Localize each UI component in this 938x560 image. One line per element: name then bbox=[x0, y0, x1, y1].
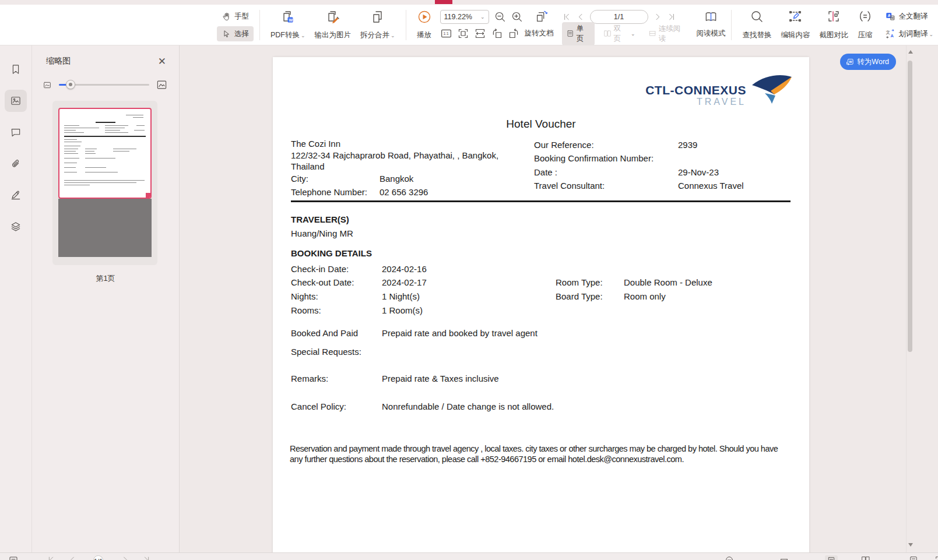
document-viewport[interactable]: CTL-CONNEXUS TRAVEL Hotel Voucher The Co… bbox=[180, 45, 906, 552]
toolbar-separator bbox=[259, 10, 260, 40]
comment-icon bbox=[10, 126, 22, 138]
actual-size-icon[interactable]: 1:1 bbox=[440, 27, 452, 40]
scroll-up-arrow[interactable] bbox=[908, 50, 913, 54]
single-page-button[interactable]: 单页 bbox=[562, 22, 595, 45]
statusbar-zoom-icon[interactable] bbox=[725, 555, 734, 560]
zoom-in-icon[interactable] bbox=[511, 10, 523, 23]
consultant-value: Connexus Travel bbox=[678, 179, 744, 192]
page-thumbnail-card[interactable] bbox=[52, 101, 157, 265]
remarks-row: Remarks: Prepaid rate & Taxes inclusive bbox=[291, 374, 792, 383]
sidebar-bookmarks-button[interactable] bbox=[5, 58, 27, 80]
document-title: Hotel Voucher bbox=[273, 118, 809, 131]
prev-page-icon[interactable] bbox=[576, 12, 585, 22]
sidebar-layers-button[interactable] bbox=[5, 216, 27, 238]
large-thumbnail-icon[interactable] bbox=[156, 79, 167, 90]
city-label: City: bbox=[291, 173, 380, 185]
statusbar-double-page-icon[interactable] bbox=[861, 555, 870, 560]
cancel-policy-row: Cancel Policy: Nonrefundable / Date chan… bbox=[291, 401, 792, 411]
edit-content-button[interactable]: 编辑内容 bbox=[776, 8, 814, 43]
rotate-doc-label[interactable]: 旋转文档 bbox=[525, 29, 554, 38]
slider-thumb[interactable] bbox=[66, 80, 75, 89]
continuous-read-button[interactable]: 连续阅读 bbox=[644, 22, 691, 45]
logo-swoosh-icon bbox=[747, 73, 793, 107]
hand-tool-button[interactable]: 手型 bbox=[217, 9, 254, 24]
find-replace-label: 查找替换 bbox=[742, 30, 771, 40]
rotate-left-icon[interactable] bbox=[491, 27, 503, 40]
last-page-icon[interactable] bbox=[667, 12, 676, 22]
search-icon bbox=[750, 9, 764, 23]
cursor-icon bbox=[222, 29, 231, 39]
statusbar-fullscreen-icon[interactable] bbox=[935, 555, 938, 560]
select-tool-label: 选择 bbox=[234, 29, 249, 39]
pdf-page[interactable]: CTL-CONNEXUS TRAVEL Hotel Voucher The Co… bbox=[273, 57, 809, 552]
page-thumbnail-lower bbox=[58, 199, 152, 257]
layers-icon bbox=[10, 221, 22, 233]
find-replace-button[interactable]: 查找替换 bbox=[737, 8, 776, 43]
statusbar-first-page-icon[interactable] bbox=[47, 555, 55, 560]
compress-button[interactable]: 压缩 bbox=[853, 8, 877, 43]
convert-to-word-button[interactable]: W 转为Word bbox=[840, 54, 896, 70]
statusbar-last-page-icon[interactable] bbox=[142, 555, 151, 560]
first-page-icon[interactable] bbox=[562, 12, 571, 22]
export-image-button[interactable]: 输出为图片 bbox=[310, 8, 356, 43]
page-thumbnail[interactable] bbox=[58, 108, 152, 199]
checkin-row: Check-in Date: 2024-02-16 bbox=[291, 264, 792, 274]
single-page-icon bbox=[566, 29, 574, 38]
double-page-icon bbox=[603, 29, 612, 38]
page-indicator-input[interactable]: 1/1 bbox=[590, 10, 648, 24]
word-translate-button[interactable]: 文 A 划词翻译⌄ bbox=[880, 26, 938, 41]
zoom-level-input[interactable]: 119.22% ⌄ bbox=[440, 10, 489, 24]
scroll-down-arrow[interactable] bbox=[908, 543, 913, 547]
checkin-label: Check-in Date: bbox=[291, 264, 382, 274]
phone-value: 02 656 3296 bbox=[380, 186, 428, 198]
city-value: Bangkok bbox=[380, 173, 413, 185]
screenshot-compare-label: 截图对比 bbox=[819, 30, 848, 40]
sidebar-thumbnails-button[interactable] bbox=[5, 90, 27, 112]
next-page-icon[interactable] bbox=[653, 12, 662, 22]
footer-paragraph: Reservation and payment made through tra… bbox=[290, 444, 789, 465]
statusbar-next-page-icon[interactable] bbox=[121, 555, 129, 560]
status-bar: 1/1 bbox=[0, 552, 938, 560]
rotate-pages-icon[interactable] bbox=[535, 10, 549, 24]
rotate-right-icon[interactable] bbox=[508, 27, 520, 40]
statusbar-fit-icon[interactable] bbox=[909, 555, 918, 560]
statusbar-thumbnail-toggle[interactable] bbox=[8, 555, 19, 560]
select-tool-button[interactable]: 选择 bbox=[217, 26, 254, 41]
rooms-value: 1 Room(s) bbox=[382, 305, 423, 315]
continuous-read-icon bbox=[648, 29, 656, 38]
small-thumbnail-icon[interactable] bbox=[43, 80, 52, 90]
svg-text:1:1: 1:1 bbox=[443, 31, 448, 36]
scrollbar-thumb[interactable] bbox=[908, 61, 912, 352]
room-type-label: Room Type: bbox=[556, 277, 624, 287]
fit-width-icon[interactable] bbox=[474, 27, 486, 40]
sidebar-comments-button[interactable] bbox=[5, 121, 27, 143]
our-reference-value: 2939 bbox=[678, 138, 697, 152]
booked-row: Booked And Paid Prepaid rate and booked … bbox=[291, 328, 792, 338]
double-page-button[interactable]: 双页 ⌄ bbox=[599, 22, 640, 45]
statusbar-single-page-icon[interactable] bbox=[825, 555, 838, 560]
pointer-tools-group: 手型 选择 bbox=[217, 8, 254, 43]
sidebar-attachments-button[interactable] bbox=[5, 153, 27, 175]
statusbar-continuous-icon[interactable] bbox=[779, 555, 789, 560]
convert-to-word-label: 转为Word bbox=[857, 57, 889, 67]
vertical-scrollbar[interactable] bbox=[906, 45, 914, 552]
zoom-out-icon[interactable] bbox=[494, 10, 506, 23]
statusbar-prev-page-icon[interactable] bbox=[68, 555, 77, 560]
sidebar-signature-button[interactable] bbox=[5, 184, 27, 206]
logo-subtext: TRAVEL bbox=[645, 97, 746, 107]
hotel-name: The Cozi Inn bbox=[291, 138, 514, 150]
pdf-convert-button[interactable]: W PDF转换⌄ bbox=[266, 8, 310, 43]
split-merge-button[interactable]: 拆分合并⌄ bbox=[356, 8, 400, 43]
board-type-value: Room only bbox=[624, 291, 666, 301]
statusbar-page-indicator[interactable]: 1/1 bbox=[93, 555, 103, 560]
play-button[interactable]: 播放 bbox=[412, 8, 437, 43]
thumbnail-size-slider[interactable] bbox=[59, 84, 149, 86]
pdf-convert-label: PDF转换⌄ bbox=[270, 30, 305, 40]
full-translate-button[interactable]: A 全文翻译 bbox=[880, 9, 938, 24]
screenshot-compare-button[interactable]: 截图对比 bbox=[814, 8, 853, 43]
svg-text:A: A bbox=[888, 13, 891, 17]
fit-page-icon[interactable] bbox=[457, 27, 469, 40]
main-toolbar: 手型 选择 W PDF转换⌄ 输出为图片 拆分合并⌄ bbox=[0, 5, 938, 45]
read-mode-cluster[interactable]: 阅读模式 bbox=[696, 8, 725, 43]
close-icon[interactable]: ✕ bbox=[158, 57, 166, 66]
